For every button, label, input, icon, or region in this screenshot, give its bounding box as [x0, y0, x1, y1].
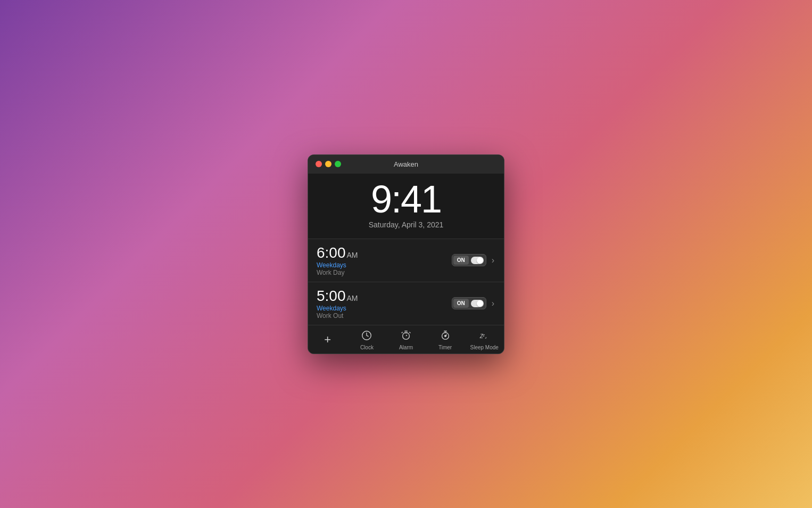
titlebar: Awaken: [308, 155, 504, 174]
svg-line-2: [406, 335, 407, 336]
clock-time: 9:41: [308, 180, 504, 218]
minimize-button[interactable]: [325, 161, 332, 167]
traffic-lights: [316, 161, 341, 167]
tab-alarm[interactable]: Alarm: [386, 330, 426, 350]
alarm-2-toggle[interactable]: ON: [452, 297, 486, 309]
alarm-1-label: Work Day: [317, 269, 358, 276]
timer-tab-label: Timer: [438, 345, 452, 350]
alarm-2-time: 5:00AM: [317, 288, 358, 305]
clock-icon: [361, 330, 372, 343]
clock-date: Saturday, April 3, 2021: [308, 220, 504, 234]
alarm-2-info: 5:00AM Weekdays Work Out: [317, 288, 358, 319]
bottom-toolbar: + Clock: [308, 325, 504, 354]
close-button[interactable]: [316, 161, 322, 167]
alarm-list: 6:00AM Weekdays Work Day ON › 5:00AM: [308, 239, 504, 325]
tab-sleep-mode[interactable]: Z z z Sleep Mode: [465, 330, 504, 350]
svg-text:z: z: [485, 335, 487, 339]
alarm-item: 6:00AM Weekdays Work Day ON ›: [308, 239, 504, 282]
alarm-1-time: 6:00AM: [317, 244, 358, 261]
clock-display: 9:41 Saturday, April 3, 2021: [308, 174, 504, 239]
sleep-tab-label: Sleep Mode: [470, 345, 498, 350]
window-title: Awaken: [394, 160, 418, 168]
alarm-2-controls: ON ›: [452, 297, 495, 309]
alarm-icon: [400, 330, 412, 343]
alarm-1-detail-arrow[interactable]: ›: [491, 256, 495, 265]
toggle-track-2[interactable]: [471, 300, 484, 307]
timer-icon: [440, 330, 451, 343]
alarm-tab-label: Alarm: [399, 345, 413, 350]
svg-point-4: [444, 335, 446, 337]
alarm-1-toggle[interactable]: ON: [452, 254, 486, 266]
maximize-button[interactable]: [335, 161, 341, 167]
add-alarm-button[interactable]: +: [308, 334, 347, 346]
toggle-on-label-2: ON: [453, 299, 469, 308]
toggle-thumb-2: [477, 300, 483, 307]
toggle-on-label: ON: [453, 256, 469, 265]
toggle-track[interactable]: [471, 257, 484, 264]
plus-icon: +: [324, 334, 331, 346]
svg-text:z: z: [482, 332, 485, 337]
alarm-1-controls: ON ›: [452, 254, 495, 266]
alarm-item: 5:00AM Weekdays Work Out ON ›: [308, 282, 504, 325]
sleep-icon: Z z z: [478, 330, 490, 343]
alarm-2-detail-arrow[interactable]: ›: [491, 299, 495, 308]
clock-tab-label: Clock: [360, 345, 374, 350]
alarm-2-days: Weekdays: [317, 305, 358, 312]
tab-clock[interactable]: Clock: [347, 330, 387, 350]
alarm-2-label: Work Out: [317, 312, 358, 319]
alarm-1-info: 6:00AM Weekdays Work Day: [317, 244, 358, 276]
app-window: Awaken 9:41 Saturday, April 3, 2021 6:00…: [308, 154, 504, 354]
toggle-thumb: [477, 257, 483, 264]
tab-timer[interactable]: Timer: [426, 330, 465, 350]
alarm-1-days: Weekdays: [317, 261, 358, 269]
